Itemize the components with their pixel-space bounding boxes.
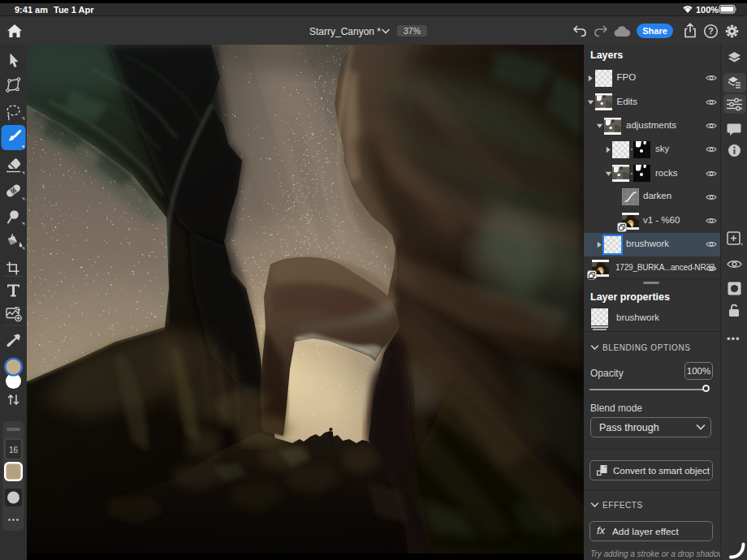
svg-text:16: 16 bbox=[9, 446, 19, 454]
svg-text:100%: 100% bbox=[696, 5, 719, 15]
svg-text:?: ? bbox=[708, 26, 713, 36]
